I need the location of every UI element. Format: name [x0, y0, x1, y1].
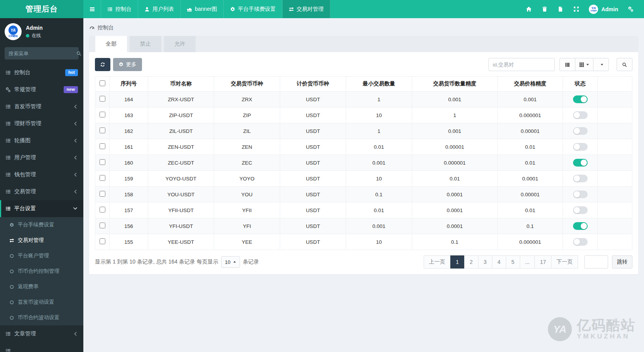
cell-empty [598, 187, 632, 202]
tab-全部[interactable]: 全部 [95, 36, 127, 52]
toggle-knob [574, 191, 580, 197]
status-toggle[interactable] [573, 159, 588, 167]
export-button[interactable] [593, 58, 609, 71]
status-toggle[interactable] [573, 95, 588, 103]
refresh-button[interactable] [95, 58, 110, 71]
sidebar-subitem-交易对管理[interactable]: 交易对管理 [0, 233, 83, 248]
sidebar-search-input[interactable] [8, 51, 76, 56]
sidebar-subitem-币币合约控制管理[interactable]: 币币合约控制管理 [0, 264, 83, 279]
sidebar-subitem-首发币波动设置[interactable]: 首发币波动设置 [0, 294, 83, 310]
search-button[interactable] [617, 58, 632, 71]
status-toggle[interactable] [573, 175, 588, 182]
sidebar-item-首发币管理[interactable]: 首发币管理 [0, 98, 83, 115]
nav-item-控制台[interactable]: 控制台 [101, 0, 138, 18]
row-checkbox[interactable] [100, 128, 105, 133]
row-checkbox[interactable] [100, 175, 105, 181]
row-checkbox[interactable] [100, 223, 105, 228]
status-toggle[interactable] [573, 143, 588, 151]
row-checkbox[interactable] [100, 112, 105, 117]
sidebar-item-轮播图[interactable]: 轮播图 [0, 132, 83, 149]
cell-min-amount: 10 [346, 107, 412, 123]
status-toggle[interactable] [573, 127, 588, 135]
page-button-5[interactable]: 5 [506, 255, 520, 269]
row-checkbox[interactable] [100, 96, 105, 102]
cell-price-precision: 0.01 [498, 139, 563, 155]
clear-cache-button[interactable] [553, 0, 568, 18]
toggle-knob [574, 112, 580, 118]
cell-pair-name: ZEC-USDT [148, 155, 214, 171]
nav-item-平台手续费设置[interactable]: 平台手续费设置 [224, 0, 282, 18]
row-checkbox[interactable] [100, 207, 105, 213]
page-button-4[interactable]: 4 [492, 255, 506, 269]
sidebar-subitem-平台手续费设置[interactable]: 平台手续费设置 [0, 217, 83, 233]
home-button[interactable] [521, 0, 537, 18]
detail-view-button[interactable] [559, 58, 575, 71]
sidebar-item-理财币管理[interactable]: 理财币管理 [0, 115, 83, 132]
circle-icon [9, 315, 14, 320]
page-button-2[interactable]: 2 [464, 255, 478, 269]
table-search-input[interactable] [488, 58, 555, 71]
cell-amount-precision: 0.01 [412, 171, 498, 187]
table-row: 164ZRX-USDTZRXUSDT10.0010.001 [95, 92, 632, 107]
circle-icon [9, 300, 14, 305]
clear-cache-icon [558, 6, 563, 12]
sidebar-toggle-button[interactable] [83, 0, 101, 18]
sidebar-item-钱包管理[interactable]: 钱包管理 [0, 166, 83, 183]
next-page-button[interactable]: 下一页 [551, 255, 578, 269]
status-toggle[interactable] [573, 111, 588, 119]
pagination-info: 显示第 1 到第 10 条记录, 总共 164 条记录 每页显示 10 条记录 [95, 256, 259, 268]
page-button-1[interactable]: 1 [450, 255, 465, 269]
sidebar-subitem-label: 首发币波动设置 [18, 299, 54, 306]
cell-price-precision: 0.0001 [498, 171, 563, 187]
cell-quote-currency: USDT [280, 187, 346, 202]
row-checkbox[interactable] [100, 143, 105, 149]
sidebar-item-常规管理[interactable]: 常规管理new [0, 81, 83, 98]
chevron-left-icon [73, 104, 78, 109]
sidebar-item-用户管理[interactable]: 用户管理 [0, 149, 83, 166]
sidebar-subitem-返现费率[interactable]: 返现费率 [0, 279, 83, 294]
sidebar-item-控制台[interactable]: 控制台hot [0, 64, 83, 81]
sidebar-subitem-平台账户管理[interactable]: 平台账户管理 [0, 248, 83, 264]
table-row: 157YFII-USDTYFIIUSDT0.010.00010.01 [95, 202, 632, 218]
expand-button[interactable] [568, 0, 584, 18]
app-title[interactable]: 管理后台 [0, 0, 83, 18]
status-toggle[interactable] [573, 238, 588, 246]
trash-button[interactable] [537, 0, 553, 18]
page-button-3[interactable]: 3 [478, 255, 492, 269]
table-body: 164ZRX-USDTZRXUSDT10.0010.001163ZIP-USDT… [95, 92, 632, 250]
settings-button[interactable] [623, 0, 639, 18]
list-icon [5, 70, 11, 75]
sidebar-item-文章管理[interactable]: 文章管理 [0, 325, 83, 342]
jump-page-input[interactable] [584, 255, 608, 269]
tab-允许[interactable]: 允许 [164, 36, 196, 52]
nav-item-用户列表[interactable]: 用户列表 [138, 0, 181, 18]
page-size-select[interactable]: 10 [221, 256, 240, 268]
row-checkbox[interactable] [100, 238, 105, 244]
prev-page-button[interactable]: 上一页 [424, 255, 451, 269]
sidebar-item-label: 理财币管理 [14, 120, 41, 127]
more-button[interactable]: 更多 [113, 58, 142, 71]
cell-min-amount: 10 [346, 234, 412, 250]
cell-amount-precision: 1 [412, 107, 498, 123]
sidebar-subitem-币币合约波动设置[interactable]: 币币合约波动设置 [0, 310, 83, 325]
row-checkbox[interactable] [100, 191, 105, 197]
status-toggle[interactable] [573, 206, 588, 214]
row-checkbox[interactable] [100, 159, 105, 165]
nav-item-banner图[interactable]: banner图 [181, 0, 224, 18]
tab-禁止[interactable]: 禁止 [130, 36, 161, 52]
page-button-...[interactable]: ... [520, 255, 535, 269]
cell-amount-precision: 0.1 [412, 234, 498, 250]
app-screen: 管理后台 控制台用户列表banner图平台手续费设置交易对管理 YA亿码酷站 A… [0, 0, 644, 352]
page-button-17[interactable]: 17 [534, 255, 551, 269]
status-toggle[interactable] [573, 190, 588, 198]
columns-button[interactable] [575, 58, 593, 71]
status-toggle[interactable] [573, 222, 588, 230]
select-all-checkbox[interactable] [100, 80, 105, 86]
sidebar-item-partial[interactable] [0, 342, 83, 352]
nav-item-交易对管理[interactable]: 交易对管理 [282, 0, 330, 18]
sidebar-item-平台设置[interactable]: 平台设置 [0, 200, 83, 217]
user-menu[interactable]: YA亿码酷站 Admin [584, 5, 623, 14]
jump-button[interactable]: 跳转 [612, 255, 632, 269]
sidebar-item-交易管理[interactable]: 交易管理 [0, 183, 83, 200]
chevron-left-icon [73, 121, 78, 126]
